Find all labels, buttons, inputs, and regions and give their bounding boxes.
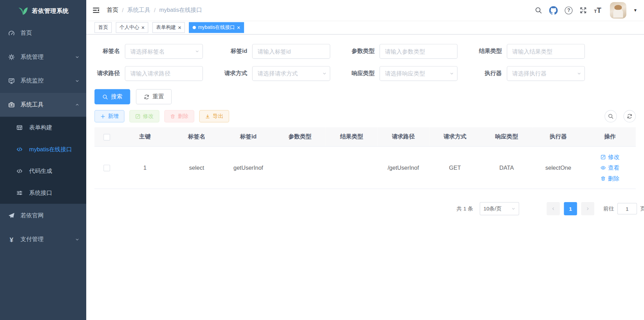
request-method-select[interactable] xyxy=(252,66,330,81)
navbar-actions: ? TT ▾ xyxy=(535,2,637,18)
app-logo[interactable]: 若依管理系统 xyxy=(0,0,86,21)
main-area: 首页 / 系统工具 / mybatis在线接口 ? TT ▾ 首页 个人中心 xyxy=(86,0,644,320)
request-path-field[interactable] xyxy=(125,66,203,81)
refresh-table-button[interactable] xyxy=(623,110,636,122)
response-type-select-input[interactable] xyxy=(379,66,457,81)
select-all-checkbox[interactable] xyxy=(104,134,110,141)
data-table: 主键 标签名 标签id 参数类型 结果类型 请求路径 请求方式 响应类型 执行器… xyxy=(95,127,636,189)
sidebar-item-label: 系统监控 xyxy=(21,77,43,85)
col-tag-name: 标签名 xyxy=(171,127,223,146)
executor-select[interactable] xyxy=(507,66,585,81)
caret-down-icon[interactable]: ▾ xyxy=(634,7,637,13)
col-response-type: 响应类型 xyxy=(481,127,533,146)
param-type-field[interactable] xyxy=(379,44,457,59)
github-icon[interactable] xyxy=(549,6,558,15)
sidebar-item-system-tools[interactable]: 系统工具 xyxy=(0,93,86,117)
edit-button[interactable]: 修改 xyxy=(129,110,159,122)
sidebar-fold-icon[interactable] xyxy=(92,7,100,14)
page-size-select[interactable]: 10条/页 xyxy=(480,202,519,215)
sidebar-subitem-system-api[interactable]: 系统接口 xyxy=(0,182,86,204)
delete-button[interactable]: 删除 xyxy=(164,110,194,122)
sidebar-subitem-form-builder[interactable]: 表单构建 xyxy=(0,117,86,138)
col-executor: 执行器 xyxy=(532,127,584,146)
tag-name-select[interactable] xyxy=(125,44,203,59)
paper-plane-icon xyxy=(8,213,15,219)
app-root: 若依管理系统 首页 系统管理 系统监控 系统工具 表单构建 xyxy=(0,0,644,320)
fullscreen-icon[interactable] xyxy=(580,7,587,14)
col-tag-id: 标签id xyxy=(223,127,274,146)
sidebar-item-system-monitor[interactable]: 系统监控 xyxy=(0,69,86,93)
goto-page-input[interactable] xyxy=(617,203,637,214)
cell-result-type xyxy=(326,146,378,189)
avatar[interactable] xyxy=(610,2,626,18)
cell-tag-id: getUserInof xyxy=(223,146,274,189)
col-param-type: 参数类型 xyxy=(274,127,326,146)
tab-form-builder[interactable]: 表单构建 × xyxy=(152,22,185,33)
field-label: 标签id xyxy=(222,48,247,55)
dashboard-icon xyxy=(8,30,15,37)
result-type-field[interactable] xyxy=(507,44,585,59)
row-delete-link[interactable]: 删除 xyxy=(601,173,619,184)
refresh-icon xyxy=(144,94,150,100)
sidebar-item-home[interactable]: 首页 xyxy=(0,21,86,45)
response-type-select[interactable] xyxy=(379,66,457,81)
sliders-icon xyxy=(16,190,23,196)
tag-name-select-input[interactable] xyxy=(125,44,203,59)
tab-mybatis-api-active[interactable]: mybatis在线接口 × xyxy=(189,22,244,33)
tab-home[interactable]: 首页 xyxy=(95,22,112,33)
font-size-icon[interactable]: TT xyxy=(594,6,601,15)
close-icon[interactable]: × xyxy=(237,24,240,30)
breadcrumb-system-tools: 系统工具 xyxy=(127,7,150,14)
breadcrumb-home[interactable]: 首页 xyxy=(107,7,118,14)
add-button[interactable]: 新增 xyxy=(95,110,124,122)
sidebar-item-official-site[interactable]: 若依官网 xyxy=(0,204,86,228)
form-item-result-type: 结果类型 xyxy=(476,44,585,59)
row-view-link[interactable]: 查看 xyxy=(601,162,619,173)
field-label: 参数类型 xyxy=(349,48,375,55)
reset-button[interactable]: 重置 xyxy=(136,89,172,104)
refresh-icon xyxy=(627,113,633,119)
executor-select-input[interactable] xyxy=(507,66,585,81)
help-icon[interactable]: ? xyxy=(565,6,572,14)
cell-tag-name: select xyxy=(171,146,223,189)
row-edit-link[interactable]: 修改 xyxy=(601,152,619,162)
form-item-response-type: 响应类型 xyxy=(349,66,458,81)
field-label: 结果类型 xyxy=(476,48,502,55)
search-icon[interactable] xyxy=(535,7,542,14)
toggle-search-button[interactable] xyxy=(605,110,617,122)
breadcrumb-separator: / xyxy=(122,7,124,14)
sidebar-item-payment-manage[interactable]: ¥ 支付管理 xyxy=(0,227,86,251)
eye-icon xyxy=(601,165,606,170)
edit-icon xyxy=(601,154,606,160)
cell-request-method: GET xyxy=(429,146,481,189)
sidebar-subitem-code-gen[interactable]: 代码生成 xyxy=(0,160,86,182)
trash-icon xyxy=(170,114,175,119)
next-page-button[interactable] xyxy=(581,202,594,215)
table-row: 1 select getUserInof /getUserInof GET DA… xyxy=(95,146,636,189)
close-icon[interactable]: × xyxy=(178,24,182,30)
close-icon[interactable]: × xyxy=(141,24,145,30)
col-result-type: 结果类型 xyxy=(326,127,378,146)
param-type-input[interactable] xyxy=(379,44,457,59)
sidebar-subitem-mybatis-api[interactable]: mybatis在线接口 xyxy=(0,138,86,160)
top-navbar: 首页 / 系统工具 / mybatis在线接口 ? TT ▾ xyxy=(86,0,644,21)
request-method-select-input[interactable] xyxy=(252,66,330,81)
form-item-request-method: 请求方式 xyxy=(222,66,330,81)
result-type-input[interactable] xyxy=(507,44,585,59)
page-number-1[interactable]: 1 xyxy=(564,202,577,215)
tab-profile[interactable]: 个人中心 × xyxy=(116,22,148,33)
search-buttons-row: 搜索 重置 xyxy=(95,89,636,104)
toolbox-icon xyxy=(8,102,15,108)
field-label: 请求路径 xyxy=(95,70,120,77)
export-button[interactable]: 导出 xyxy=(199,110,229,122)
search-button[interactable]: 搜索 xyxy=(95,89,130,104)
sidebar-item-system-manage[interactable]: 系统管理 xyxy=(0,45,86,69)
table-toolbar: 新增 修改 删除 导出 xyxy=(95,110,636,122)
tag-id-input[interactable] xyxy=(252,44,330,59)
col-operations: 操作 xyxy=(584,127,636,146)
request-path-input[interactable] xyxy=(125,66,203,81)
row-checkbox[interactable] xyxy=(104,165,110,171)
app-title: 若依管理系统 xyxy=(32,7,69,14)
prev-page-button[interactable] xyxy=(547,202,560,215)
tag-id-field[interactable] xyxy=(252,44,330,59)
